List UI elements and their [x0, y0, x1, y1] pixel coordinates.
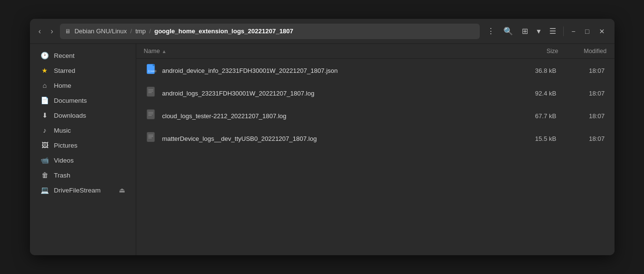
recent-icon: 🕐 [41, 52, 49, 59]
breadcrumb-current: google_home_extension_logs_20221207_1807 [154, 27, 293, 35]
maximize-button[interactable]: □ [581, 26, 593, 37]
file-name-cell: matterDevice_logs__dev_ttyUSB0_20221207_… [146, 132, 508, 145]
search-button[interactable]: 🔍 [500, 24, 516, 38]
breadcrumb-sep2: / [149, 27, 151, 35]
file-size: 15.5 kB [508, 135, 557, 142]
toolbar-actions: ⋮ 🔍 ⊞ ▾ ☰ − □ ✕ [484, 24, 609, 38]
sidebar-label-documents: Documents [54, 97, 87, 104]
file-rows: {json} android_device_info_23231FDH30001… [136, 59, 615, 150]
pictures-icon: 🖼 [41, 141, 49, 149]
sidebar-item-trash[interactable]: 🗑 Trash [33, 168, 133, 182]
sidebar-label-downloads: Downloads [54, 112, 86, 119]
file-name-cell: cloud_logs_tester-2212_20221207_1807.log [146, 109, 508, 123]
drivefilestream-icon: 💻 [41, 186, 49, 194]
sidebar: 🕐 Recent ★ Starred ⌂ Home 📄 Documents ⬇ … [30, 44, 136, 255]
sidebar-item-starred[interactable]: ★ Starred [33, 63, 133, 78]
column-header-modified: Modified [558, 48, 607, 55]
breadcrumb-dir1: tmp [135, 27, 146, 35]
file-name-cell: android_logs_23231FDH30001W_20221207_180… [146, 86, 508, 100]
file-name: cloud_logs_tester-2212_20221207_1807.log [162, 112, 286, 120]
sidebar-item-documents[interactable]: 📄 Documents [33, 93, 133, 108]
file-size: 36.8 kB [508, 67, 557, 74]
videos-icon: 📹 [41, 156, 49, 164]
svg-rect-11 [147, 132, 155, 142]
svg-text:{json}: {json} [148, 69, 157, 73]
svg-rect-1 [153, 64, 155, 66]
sidebar-label-videos: Videos [54, 157, 74, 164]
grid-view-button[interactable]: ⊞ [518, 24, 531, 38]
breadcrumb-sep1: / [130, 27, 132, 35]
list-view-button[interactable]: ☰ [546, 24, 559, 38]
sidebar-item-pictures[interactable]: 🖼 Pictures [33, 138, 133, 152]
sidebar-label-drivefilestream: DriveFileStream [54, 187, 101, 194]
file-modified: 18:07 [557, 112, 605, 120]
file-modified: 18:07 [557, 135, 605, 142]
toolbar-separator [563, 27, 564, 36]
back-button[interactable]: ‹ [36, 25, 44, 38]
file-list-header: Name ▲ Size Modified [136, 44, 615, 59]
breadcrumb-os: Debian GNU/Linux [74, 27, 127, 35]
table-row[interactable]: matterDevice_logs__dev_ttyUSB0_20221207_… [138, 127, 613, 150]
menu-button[interactable]: ⋮ [484, 24, 498, 38]
file-list: {json} android_device_info_23231FDH30001… [136, 59, 615, 255]
svg-rect-7 [147, 110, 155, 119]
eject-icon[interactable]: ⏏ [119, 186, 125, 194]
sidebar-label-pictures: Pictures [54, 142, 78, 149]
sidebar-label-recent: Recent [54, 52, 75, 59]
minimize-button[interactable]: − [568, 26, 579, 37]
toolbar: ‹ › 🖥 Debian GNU/Linux / tmp / google_ho… [30, 19, 615, 44]
sidebar-label-home: Home [54, 82, 72, 89]
sidebar-label-trash: Trash [54, 172, 71, 179]
svg-rect-3 [147, 87, 155, 96]
file-name: android_logs_23231FDH30001W_20221207_180… [162, 90, 315, 97]
file-icon [146, 109, 157, 123]
view-chevron-button[interactable]: ▾ [533, 24, 544, 38]
table-row[interactable]: cloud_logs_tester-2212_20221207_1807.log… [138, 105, 613, 127]
sidebar-item-home[interactable]: ⌂ Home [33, 78, 133, 93]
file-name: android_device_info_23231FDH30001W_20221… [162, 67, 338, 74]
file-icon [146, 132, 157, 145]
os-icon: 🖥 [65, 28, 71, 35]
file-modified: 18:07 [557, 90, 605, 97]
table-row[interactable]: android_logs_23231FDH30001W_20221207_180… [138, 82, 613, 104]
file-modified: 18:07 [557, 67, 605, 74]
file-icon [146, 86, 157, 100]
sidebar-item-drivefilestream[interactable]: 💻 DriveFileStream ⏏ [33, 183, 133, 197]
column-header-name: Name ▲ [144, 48, 510, 55]
file-name-cell: {json} android_device_info_23231FDH30001… [146, 64, 508, 77]
close-button[interactable]: ✕ [595, 26, 609, 37]
main-content: 🕐 Recent ★ Starred ⌂ Home 📄 Documents ⬇ … [30, 44, 615, 255]
file-name: matterDevice_logs__dev_ttyUSB0_20221207_… [162, 135, 317, 142]
table-row[interactable]: {json} android_device_info_23231FDH30001… [138, 59, 613, 82]
breadcrumb[interactable]: 🖥 Debian GNU/Linux / tmp / google_home_e… [60, 24, 480, 39]
file-size: 67.7 kB [508, 112, 557, 120]
sidebar-item-music[interactable]: ♪ Music [33, 123, 133, 137]
sidebar-label-starred: Starred [54, 67, 75, 74]
file-manager-window: ‹ › 🖥 Debian GNU/Linux / tmp / google_ho… [30, 19, 615, 255]
file-size: 92.4 kB [508, 90, 557, 97]
sidebar-item-downloads[interactable]: ⬇ Downloads [33, 108, 133, 123]
file-pane: Name ▲ Size Modified {json} android_devi… [136, 44, 615, 255]
documents-icon: 📄 [41, 96, 49, 104]
home-icon: ⌂ [41, 82, 49, 89]
music-icon: ♪ [41, 126, 49, 134]
starred-icon: ★ [41, 67, 49, 74]
file-icon: {json} [146, 64, 157, 77]
trash-icon: 🗑 [41, 171, 49, 179]
downloads-icon: ⬇ [41, 111, 49, 119]
sidebar-item-recent[interactable]: 🕐 Recent [33, 48, 133, 63]
sidebar-item-videos[interactable]: 📹 Videos [33, 153, 133, 167]
column-header-size: Size [510, 48, 558, 55]
sidebar-label-music: Music [54, 127, 71, 134]
forward-button[interactable]: › [48, 25, 56, 38]
